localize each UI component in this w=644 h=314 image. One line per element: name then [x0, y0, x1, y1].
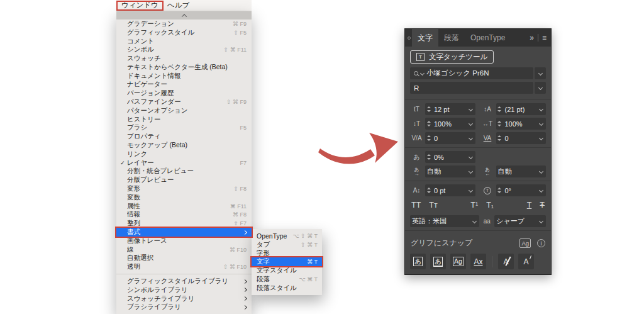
- glyph-guides-icon[interactable]: Ag: [519, 238, 531, 248]
- superscript-button[interactable]: T¹: [470, 201, 478, 210]
- font-family-dropdown-button[interactable]: [535, 67, 546, 79]
- menu-item[interactable]: 整列⇧ F7: [116, 219, 252, 228]
- ag-box-button[interactable]: Ag: [450, 254, 466, 269]
- language-select[interactable]: 英語：米国: [410, 215, 479, 227]
- menu-item[interactable]: 透明⇧ ⌘ F10: [116, 262, 252, 271]
- horizontal-scale-value[interactable]: 100%: [503, 120, 537, 128]
- panel-cycle-icon[interactable]: [408, 36, 411, 40]
- menu-item[interactable]: 段落スタイル: [252, 284, 322, 293]
- a-slash-button[interactable]: A: [498, 254, 514, 269]
- tsume-dropdown[interactable]: [466, 155, 475, 159]
- menu-item[interactable]: ナビゲーター: [116, 81, 252, 89]
- kerning-field[interactable]: V/A 0: [410, 132, 475, 144]
- menu-item[interactable]: ドキュメント情報: [116, 72, 252, 81]
- anti-alias-select[interactable]: シャープ: [494, 215, 546, 227]
- baseline-shift-stepper[interactable]: [425, 188, 432, 193]
- leading-value[interactable]: (21 pt): [503, 106, 537, 113]
- baseline-shift-value[interactable]: 0 pt: [432, 187, 466, 194]
- aki-right-dropdown[interactable]: [536, 170, 546, 173]
- tab-opentype[interactable]: OpenType: [465, 29, 511, 47]
- aki-left-value[interactable]: 自動: [425, 167, 466, 176]
- small-caps-button[interactable]: Tᴛ: [429, 201, 437, 210]
- menu-item[interactable]: ブラシF5: [116, 124, 252, 133]
- menu-item[interactable]: ヒストリー: [116, 115, 252, 124]
- character-rotation-dropdown[interactable]: [536, 189, 546, 192]
- kerning-dropdown[interactable]: [466, 137, 475, 140]
- menu-item[interactable]: プロパティ: [116, 132, 252, 141]
- baseline-shift-field[interactable]: A↕ 0 pt: [410, 184, 475, 196]
- vertical-scale-dropdown[interactable]: [466, 122, 475, 125]
- menu-item[interactable]: 段落⌥ ⌘ T: [252, 275, 322, 284]
- expand-panel-icon[interactable]: »: [530, 33, 534, 42]
- menu-item[interactable]: モックアップ (Beta): [116, 141, 252, 150]
- info-icon[interactable]: i: [537, 239, 545, 247]
- menu-item[interactable]: 書式: [116, 228, 252, 237]
- all-caps-button[interactable]: TT: [411, 201, 421, 210]
- aki-left-dropdown[interactable]: [466, 170, 475, 173]
- font-size-value[interactable]: 12 pt: [432, 106, 466, 113]
- underline-button[interactable]: T: [527, 201, 532, 210]
- vertical-scale-value[interactable]: 100%: [432, 120, 466, 128]
- menu-item[interactable]: パターンオプション: [116, 106, 252, 115]
- menu-item[interactable]: グラフィックスタイルライブラリ: [116, 277, 252, 286]
- menu-item[interactable]: シンボルライブラリ: [116, 286, 252, 294]
- menu-item[interactable]: コメント: [116, 37, 252, 46]
- character-rotation-field[interactable]: T 0°: [481, 184, 547, 196]
- horizontal-scale-field[interactable]: ↔T 100%: [481, 118, 547, 130]
- menubar-item-window[interactable]: ウィンドウ: [116, 1, 164, 11]
- character-rotation-stepper[interactable]: [496, 188, 503, 193]
- menu-item[interactable]: グラデーション⌘ F9: [116, 20, 252, 28]
- menu-item[interactable]: バージョン履歴: [116, 89, 252, 98]
- tsume-stepper[interactable]: [425, 154, 432, 160]
- menu-item[interactable]: スウォッチ: [116, 54, 252, 63]
- horizontal-scale-dropdown[interactable]: [536, 122, 546, 125]
- font-style-dropdown-button[interactable]: [535, 82, 546, 94]
- kerning-value[interactable]: 0: [432, 135, 466, 142]
- menu-item[interactable]: 文字スタイル: [252, 266, 322, 275]
- baseline-shift-dropdown[interactable]: [466, 189, 475, 192]
- tracking-field[interactable]: VA 0: [481, 132, 547, 144]
- font-family-input[interactable]: 小塚ゴシック Pr6N: [410, 67, 533, 79]
- menu-item[interactable]: OpenType⌥ ⇧ ⌘ T: [252, 232, 322, 240]
- menu-item[interactable]: 分割・統合プレビュー: [116, 167, 252, 176]
- font-size-dropdown[interactable]: [466, 108, 475, 111]
- menu-item[interactable]: 情報⌘ F8: [116, 211, 252, 220]
- leading-field[interactable]: ↕A (21 pt): [481, 103, 547, 115]
- vertical-scale-stepper[interactable]: [425, 121, 432, 126]
- menu-item[interactable]: テキストからベクター生成 (Beta): [116, 63, 252, 72]
- menu-item[interactable]: スウォッチライブラリ: [116, 294, 252, 303]
- a-accent-button[interactable]: A: [518, 254, 534, 269]
- tsume-field[interactable]: あ 0%: [410, 151, 475, 163]
- menu-item[interactable]: 変形⇧ F8: [116, 184, 252, 193]
- tracking-stepper[interactable]: [496, 135, 503, 141]
- tracking-value[interactable]: 0: [503, 135, 537, 142]
- menu-item[interactable]: 変数: [116, 193, 252, 202]
- menu-item[interactable]: ✓レイヤーF7: [116, 159, 252, 167]
- subscript-button[interactable]: T₁: [486, 201, 494, 210]
- tab-character[interactable]: 文字: [412, 29, 438, 47]
- vertical-scale-field[interactable]: ↕T 100%: [410, 118, 475, 130]
- hiragana-a-box-button[interactable]: あ: [410, 254, 426, 269]
- menu-item[interactable]: 文字⌘ T: [252, 257, 322, 266]
- hiragana-a-box-underline-button[interactable]: あ: [430, 254, 446, 269]
- menu-item[interactable]: ブラシライブラリ: [116, 303, 252, 312]
- font-size-stepper[interactable]: [425, 106, 432, 112]
- tab-paragraph[interactable]: 段落: [438, 29, 465, 47]
- menu-item[interactable]: タブ⇧ ⌘ T: [252, 240, 322, 249]
- font-size-field[interactable]: tT 12 pt: [410, 103, 475, 115]
- character-rotation-value[interactable]: 0°: [503, 187, 537, 194]
- kerning-stepper[interactable]: [425, 135, 432, 141]
- leading-dropdown[interactable]: [536, 108, 546, 111]
- menu-item[interactable]: 字形: [252, 249, 322, 258]
- menu-item[interactable]: 分版プレビュー: [116, 176, 252, 184]
- menubar-item-help[interactable]: ヘルプ: [164, 1, 193, 11]
- menu-item[interactable]: シンボル⇧ ⌘ F11: [116, 45, 252, 54]
- strikethrough-button[interactable]: Ŧ: [540, 201, 545, 210]
- ax-underline-button[interactable]: Ax: [470, 254, 486, 269]
- aki-right-value[interactable]: 自動: [496, 167, 537, 176]
- menu-item[interactable]: 自動選択: [116, 254, 252, 263]
- tsume-value[interactable]: 0%: [432, 154, 466, 161]
- aki-left-field[interactable]: あ→ 自動: [410, 165, 475, 177]
- font-style-input[interactable]: R: [410, 82, 533, 94]
- touch-type-tool-button[interactable]: T 文字タッチツール: [410, 50, 494, 64]
